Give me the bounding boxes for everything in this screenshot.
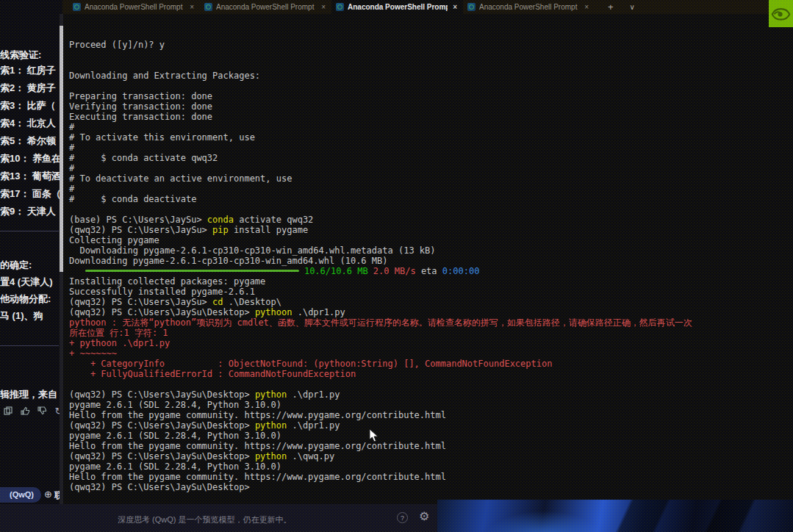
copy-icon[interactable]: [3, 406, 13, 416]
sidebar-divider: [0, 345, 59, 346]
close-tab-icon[interactable]: ×: [451, 3, 459, 11]
terminal-line: #: [69, 163, 793, 173]
desktop-wallpaper: [437, 500, 793, 532]
terminal-line: pythoon : 无法将“pythoon”项识别为 cmdlet、函数、脚本文…: [69, 317, 793, 328]
terminal-line: #: [69, 122, 793, 132]
terminal-line: (qwq32) PS C:\Users\JaySu\Desktop> pytho…: [69, 307, 793, 317]
terminal-line: (qwq32) PS C:\Users\JaySu> pip install p…: [69, 225, 793, 235]
terminal-tab[interactable]: Anaconda PowerShell Prompt (×: [463, 0, 595, 14]
conclusion-line: 马 (1)、狗: [0, 307, 53, 324]
nvidia-overlay-icon[interactable]: [769, 0, 793, 27]
terminal-line: 10.6/10.6 MB 2.0 MB/s eta 0:00:00: [69, 266, 793, 276]
terminal-line: Collecting pygame: [69, 235, 793, 245]
gear-icon[interactable]: ⚙: [419, 511, 429, 522]
terminal-line: Downloading and Extracting Packages:: [69, 71, 793, 81]
clues-header: 线索验证:: [0, 48, 41, 62]
scrollbar-thumb[interactable]: [60, 26, 63, 272]
globe-icon: ⊕: [44, 489, 52, 500]
help-icon[interactable]: ?: [397, 512, 408, 523]
terminal-line: (qwq32) PS C:\Users\JaySu\Desktop> pytho…: [69, 420, 793, 431]
terminal-line: (base) PS C:\Users\JaySu> conda activate…: [69, 215, 793, 225]
terminal-line: Downloading pygame-2.6.1-cp310-cp310-win…: [69, 256, 793, 266]
terminal-window: Anaconda PowerShell Prompt (×Anaconda Po…: [62, 0, 793, 504]
terminal-line: [69, 379, 793, 389]
terminal-line: # $ conda deactivate: [69, 194, 793, 204]
tab-title: Anaconda PowerShell Prompt (: [85, 3, 184, 11]
terminal-line: pygame 2.6.1 (SDL 2.28.4, Python 3.10.0): [69, 400, 793, 410]
conclusion-line: 他动物分配:: [0, 290, 53, 307]
screen: Anaconda PowerShell Prompt (×Anaconda Po…: [0, 0, 793, 532]
terminal-line: Downloading pygame-2.6.1-cp310-cp310-win…: [69, 245, 793, 256]
chat-sidebar: 线索验证: 索1： 红房子（索2： 黄房子索3： 比萨（索4： 北京人索5： 希…: [0, 0, 62, 504]
clue-item: 索3： 比萨（: [0, 97, 62, 115]
terminal-line: Hello from the pygame community. https:/…: [69, 472, 793, 482]
anaconda-powershell-icon: [467, 3, 476, 11]
anaconda-powershell-icon: [336, 3, 344, 11]
model-badge[interactable]: (QwQ): [0, 487, 41, 503]
close-tab-icon[interactable]: ×: [320, 3, 327, 11]
tab-title: Anaconda PowerShell Prompt (: [216, 3, 316, 11]
terminal-output[interactable]: Proceed ([y]/n)? yDownloading and Extrac…: [62, 14, 793, 504]
clue-item: 索9： 天津人: [0, 203, 62, 220]
terminal-line: pygame 2.6.1 (SDL 2.28.4, Python 3.10.0): [69, 461, 793, 472]
sidebar-divider: [0, 231, 59, 231]
terminal-line: [69, 81, 793, 91]
download-progress-bar: [85, 270, 299, 272]
thumbs-down-icon[interactable]: [37, 406, 47, 416]
terminal-line: #: [69, 184, 793, 194]
clue-item: 索4： 北京人: [0, 115, 62, 132]
clue-list: 索1： 红房子（索2： 黄房子索3： 比萨（索4： 北京人索5： 希尔顿索10：…: [0, 62, 62, 220]
conclusion-line: 置4 (天津人): [0, 273, 53, 290]
terminal-line: [69, 204, 793, 215]
terminal-line: # To deactivate an active environment, u…: [69, 173, 793, 184]
terminal-tab[interactable]: Anaconda PowerShell Prompt (×: [68, 0, 200, 14]
terminal-line: [69, 60, 793, 71]
terminal-line: Preparing transaction: done: [69, 91, 793, 101]
terminal-line: (qwq32) PS C:\Users\JaySu\Desktop> pytho…: [69, 389, 793, 400]
tab-title: Anaconda PowerShell Prompt (: [479, 3, 579, 11]
reasoning-footer-line: 辑推理，来自: [0, 388, 57, 401]
terminal-line: Hello from the pygame community. https:/…: [69, 410, 793, 420]
terminal-line: # $ conda activate qwq32: [69, 153, 793, 163]
terminal-line: (qwq32) PS C:\Users\JaySu> cd .\Desktop\: [69, 297, 793, 307]
tab-title: Anaconda PowerShell Prompt: [348, 3, 448, 11]
close-tab-icon[interactable]: ×: [583, 3, 590, 11]
message-action-icons: ↻: [3, 406, 62, 416]
terminal-line: Verifying transaction: done: [69, 101, 793, 112]
clue-item: 索5： 希尔顿: [0, 132, 62, 150]
clue-item: 索10： 养鱼在: [0, 150, 62, 168]
thumbs-up-icon[interactable]: [20, 406, 30, 416]
clue-item: 索1： 红房子（: [0, 62, 62, 79]
conclusion-header: 的确定:: [0, 259, 32, 272]
terminal-line: + ~~~~~~~: [69, 348, 793, 359]
terminal-tab[interactable]: Anaconda PowerShell Prompt×: [331, 0, 463, 14]
sidebar-scrollbar[interactable]: [60, 14, 63, 504]
terminal-line: Successfully installed pygame-2.6.1: [69, 287, 793, 297]
terminal-line: Proceed ([y]/n)? y: [69, 40, 793, 50]
terminal-tab[interactable]: Anaconda PowerShell Prompt (×: [200, 0, 331, 14]
model-disclaimer-text: 深度思考 (QwQ) 是一个预览模型，仍在更新中。: [118, 514, 292, 525]
terminal-line: (qwq32) PS C:\Users\JaySu\Desktop> pytho…: [69, 451, 793, 461]
tab-bar: Anaconda PowerShell Prompt (×Anaconda Po…: [62, 0, 793, 14]
terminal-line: Hello from the pygame community. https:/…: [69, 441, 793, 451]
tab-menu-chevron-down-icon[interactable]: ∨: [630, 3, 635, 11]
terminal-line: # To activate this environment, use: [69, 132, 793, 143]
clue-item: 索13： 葡萄酒: [0, 168, 62, 185]
model-disclaimer-bar: 深度思考 (QwQ) 是一个预览模型，仍在更新中。 ? ⚙: [0, 504, 437, 532]
terminal-line: + pythoon .\dpr1.py: [69, 338, 793, 348]
anaconda-powershell-icon: [204, 3, 212, 11]
close-tab-icon[interactable]: ×: [188, 3, 195, 11]
terminal-line: 所在位置 行:1 字符: 1: [69, 328, 793, 338]
terminal-line: Executing transaction: done: [69, 112, 793, 122]
terminal-line: [69, 50, 793, 60]
clue-item: 索17： 面条（: [0, 185, 62, 203]
terminal-line: + FullyQualifiedErrorId : CommandNotFoun…: [69, 369, 793, 379]
anaconda-powershell-icon: [73, 3, 81, 11]
terminal-line: Installing collected packages: pygame: [69, 276, 793, 287]
conclusion-list: 置4 (天津人)他动物分配:马 (1)、狗: [0, 273, 53, 324]
terminal-line: (qwq32) PS C:\Users\JaySu\Desktop>: [69, 482, 793, 492]
terminal-line: pygame 2.6.1 (SDL 2.28.4, Python 3.10.0): [69, 431, 793, 441]
tab-strip: Anaconda PowerShell Prompt (×Anaconda Po…: [68, 0, 595, 14]
new-tab-button[interactable]: +: [608, 1, 614, 12]
clue-item: 索2： 黄房子: [0, 79, 62, 97]
